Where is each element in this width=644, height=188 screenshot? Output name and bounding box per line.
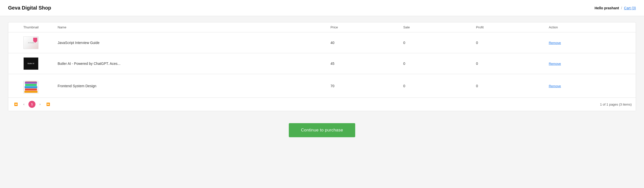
table-header: Thumbnail Name Price Sale Profit Action: [8, 22, 636, 32]
thumbnail-butler: Butler AI: [23, 57, 38, 70]
table-row: JS Guide JavaScript Interview Guide 40 0…: [8, 32, 636, 53]
col-action: Action: [545, 22, 636, 32]
page-info: 1 of 1 pages (3 items): [600, 103, 632, 106]
profit-cell: 0: [472, 53, 545, 74]
header: Geva Digital Shop Hello prashant / Cart …: [0, 0, 644, 16]
first-page-btn[interactable]: ⏪: [12, 101, 19, 108]
thumbnail-js: JS Guide: [23, 36, 38, 49]
next-page-btn[interactable]: ›: [36, 101, 44, 108]
action-cell: Remove: [545, 74, 636, 98]
product-name-cell: Frontend System Design: [54, 74, 327, 98]
header-greeting: Hello prashant: [594, 6, 619, 10]
sale-cell: 0: [399, 32, 472, 53]
table-body: JS Guide JavaScript Interview Guide 40 0…: [8, 32, 636, 98]
thumbnail-cell: [8, 74, 54, 98]
sale-cell: 0: [399, 53, 472, 74]
header-right: Hello prashant / Cart (3): [594, 6, 636, 10]
continue-btn-wrapper: Continue to purchase: [8, 123, 636, 147]
thumbnail-cell: Butler AI: [8, 53, 54, 74]
profit-cell: 0: [472, 32, 545, 53]
remove-link[interactable]: Remove: [549, 62, 561, 66]
col-thumbnail: Thumbnail: [8, 22, 54, 32]
profit-cell: 0: [472, 74, 545, 98]
sale-cell: 0: [399, 74, 472, 98]
continue-to-purchase-button[interactable]: Continue to purchase: [289, 123, 355, 137]
col-profit: Profit: [472, 22, 545, 32]
last-page-btn[interactable]: ⏩: [45, 101, 52, 108]
price-cell: 70: [327, 74, 399, 98]
col-name: Name: [54, 22, 327, 32]
cart-table-container: Thumbnail Name Price Sale Profit Action …: [8, 22, 636, 111]
thumbnail-cell: JS Guide: [8, 32, 54, 53]
prev-page-btn[interactable]: ‹: [20, 101, 27, 108]
product-name-cell: Butler AI - Powered by ChatGPT. Aces...: [54, 53, 327, 74]
col-sale: Sale: [399, 22, 472, 32]
price-cell: 45: [327, 53, 399, 74]
pagination-controls: ⏪ ‹ 1 › ⏩: [12, 101, 52, 108]
main-content: Thumbnail Name Price Sale Profit Action …: [0, 16, 644, 153]
page-1-btn[interactable]: 1: [28, 101, 35, 108]
remove-link[interactable]: Remove: [549, 41, 561, 45]
col-price: Price: [327, 22, 399, 32]
pagination-bar: ⏪ ‹ 1 › ⏩ 1 of 1 pages (3 items): [8, 98, 636, 111]
remove-link[interactable]: Remove: [549, 84, 561, 88]
price-cell: 40: [327, 32, 399, 53]
table-row: Butler AI Butler AI - Powered by ChatGPT…: [8, 53, 636, 74]
action-cell: Remove: [545, 53, 636, 74]
cart-table: Thumbnail Name Price Sale Profit Action …: [8, 22, 636, 98]
action-cell: Remove: [545, 32, 636, 53]
thumbnail-frontend: [23, 81, 38, 93]
cart-link[interactable]: Cart (3): [624, 6, 636, 10]
table-row: Frontend System Design 70 0 0 Remove: [8, 74, 636, 98]
header-divider: /: [621, 6, 622, 10]
product-name-cell: JavaScript Interview Guide: [54, 32, 327, 53]
shop-title: Geva Digital Shop: [8, 5, 51, 11]
